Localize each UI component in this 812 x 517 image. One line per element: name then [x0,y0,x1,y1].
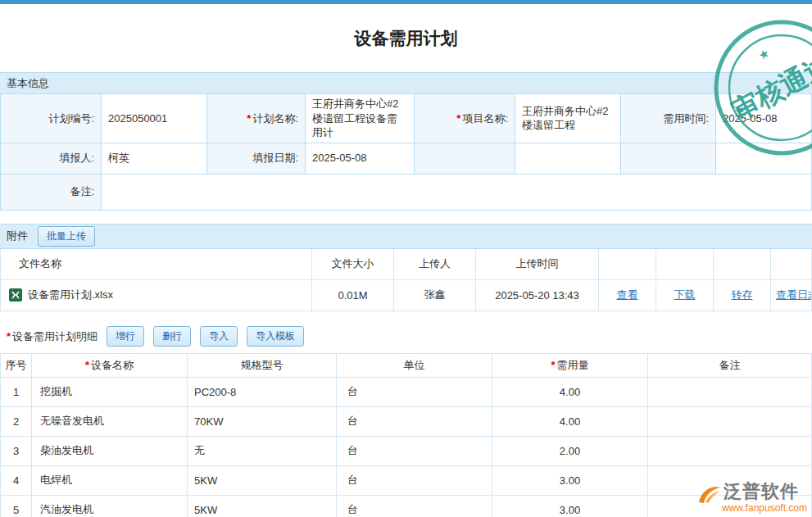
attachments-section-header: 附件 批量上传 [0,224,812,249]
watermark-url: www.fanpusoft.com [722,502,807,514]
remark-cell[interactable] [648,378,812,407]
unit-cell[interactable]: 台 [337,437,492,466]
seq-cell: 5 [1,496,32,517]
required-qty-cell[interactable]: 3.00 [492,466,648,496]
excel-file-icon [9,288,22,302]
import-template-button[interactable]: 导入模板 [247,326,304,347]
view-link[interactable]: 查看 [617,288,638,302]
title-row: 设备需用计划 [0,4,812,72]
col-header-seq: 序号 [1,353,32,378]
remark-cell[interactable] [648,407,812,437]
unit-cell[interactable]: 台 [337,496,492,517]
unit-cell[interactable]: 台 [337,378,492,407]
equipment-name-cell[interactable]: 汽油发电机 [32,496,188,517]
equipment-name-cell[interactable]: 电焊机 [32,466,188,496]
fill-date-label: 填报日期: [207,143,306,175]
spec-model-cell[interactable]: 70KW [188,407,337,437]
col-header-upload-time: 上传时间 [476,249,599,280]
attachment-row: 设备需用计划.xlsx 0.01M 张鑫 2025-05-20 13:43 查看… [1,280,812,311]
filler-label: 填报人: [1,143,102,175]
plan-no-value: 2025050001 [102,94,207,143]
spec-model-cell[interactable]: 5KW [188,496,337,517]
col-header-equipment-name: *设备名称 [32,353,188,378]
table-row: 5 汽油发电机 5KW 台 3.00 [1,496,812,517]
required-mark: * [85,359,89,371]
table-row: 2 无噪音发电机 70KW 台 4.00 [1,407,812,437]
attachment-file-name: 设备需用计划.xlsx [28,288,113,302]
required-qty-cell[interactable]: 3.00 [492,496,648,517]
add-row-button[interactable]: 增行 [107,326,144,347]
table-row: 3 柴油发电机 无 台 2.00 [1,437,812,466]
need-time-label: 需用时间: [621,94,716,143]
empty-value-cell [716,143,812,175]
detail-table: 序号 *设备名称 规格型号 单位 *需用量 备注 1 挖掘机 PC200-8 台… [0,353,812,517]
download-link[interactable]: 下载 [674,288,696,302]
equipment-name-cell[interactable]: 柴油发电机 [32,437,188,466]
required-mark: * [456,111,460,126]
empty-label-cell [415,143,515,175]
col-header-file-size: 文件大小 [312,249,394,280]
col-header-empty [599,249,656,280]
empty-label-cell [621,143,716,175]
project-name-value: 王府井商务中心#2楼遗留工程 [515,94,621,143]
detail-section-title: * 设备需用计划明细 [7,329,98,344]
attachments-header-row: 文件名称 文件大小 上传人 上传时间 [1,249,812,280]
plan-name-value: 王府井商务中心#2楼遗留工程设备需用计 [306,94,415,143]
project-name-label: *项目名称: [415,94,515,143]
required-qty-cell[interactable]: 2.00 [492,437,648,466]
required-qty-cell[interactable]: 4.00 [492,378,648,407]
batch-upload-button[interactable]: 批量上传 [38,226,95,247]
attachments-title: 附件 [7,229,28,243]
plan-no-label: 计划编号: [1,94,102,143]
col-header-spec-model: 规格型号 [188,353,337,378]
table-row: 4 电焊机 5KW 台 3.00 [1,466,812,496]
equipment-name-cell[interactable]: 挖掘机 [32,378,188,407]
required-mark: * [7,330,11,342]
col-header-empty [771,249,812,280]
fanpu-logo-icon [697,484,722,504]
fanpu-watermark: 泛普软件 www.fanpusoft.com [697,479,807,514]
spec-model-cell[interactable]: PC200-8 [188,378,337,407]
view-log-link[interactable]: 查看日志 [776,288,812,302]
basic-info-row-2: 填报人: 柯英 填报日期: 2025-05-08 [1,143,812,175]
unit-cell[interactable]: 台 [337,466,492,496]
equipment-name-cell[interactable]: 无噪音发电机 [32,407,188,437]
basic-info-table: 计划编号: 2025050001 *计划名称: 王府井商务中心#2楼遗留工程设备… [0,94,812,211]
spec-model-cell[interactable]: 无 [188,437,337,466]
col-header-empty [656,249,714,280]
required-mark: * [247,111,251,126]
need-time-value: 2025-05-08 [716,94,812,143]
basic-info-title: 基本信息 [7,76,49,91]
remark-cell[interactable] [648,437,812,466]
unit-cell[interactable]: 台 [337,407,492,437]
basic-info-section-header: 基本信息 [0,72,812,94]
watermark-brand: 泛普软件 [724,479,799,504]
remark-label: 备注: [1,175,102,211]
detail-section-header: * 设备需用计划明细 增行 删行 导入 导入模板 [0,324,812,350]
basic-info-row-3: 备注: [1,175,812,211]
page-title: 设备需用计划 [355,27,458,50]
transfer-save-link[interactable]: 转存 [732,288,753,302]
seq-cell: 2 [1,407,32,437]
seq-cell: 3 [1,437,32,466]
col-header-required-qty: *需用量 [492,353,648,378]
required-qty-cell[interactable]: 4.00 [492,407,648,437]
attachment-upload-time: 2025-05-20 13:43 [476,280,599,311]
remark-value [102,175,812,211]
fill-date-value: 2025-05-08 [306,143,415,175]
detail-header-row: 序号 *设备名称 规格型号 单位 *需用量 备注 [1,353,812,378]
required-mark: * [551,359,555,371]
attachment-file-size: 0.01M [312,280,394,311]
filler-value: 柯英 [102,143,207,175]
table-row: 1 挖掘机 PC200-8 台 4.00 [1,378,812,407]
empty-value-cell [515,143,621,175]
col-header-empty [714,249,771,280]
seq-cell: 4 [1,466,32,496]
basic-info-row-1: 计划编号: 2025050001 *计划名称: 王府井商务中心#2楼遗留工程设备… [1,94,812,143]
import-button[interactable]: 导入 [200,326,238,347]
seq-cell: 1 [1,378,32,407]
plan-name-label: *计划名称: [207,94,306,143]
delete-row-button[interactable]: 删行 [153,326,191,347]
spec-model-cell[interactable]: 5KW [188,466,337,496]
col-header-remark: 备注 [648,353,812,378]
